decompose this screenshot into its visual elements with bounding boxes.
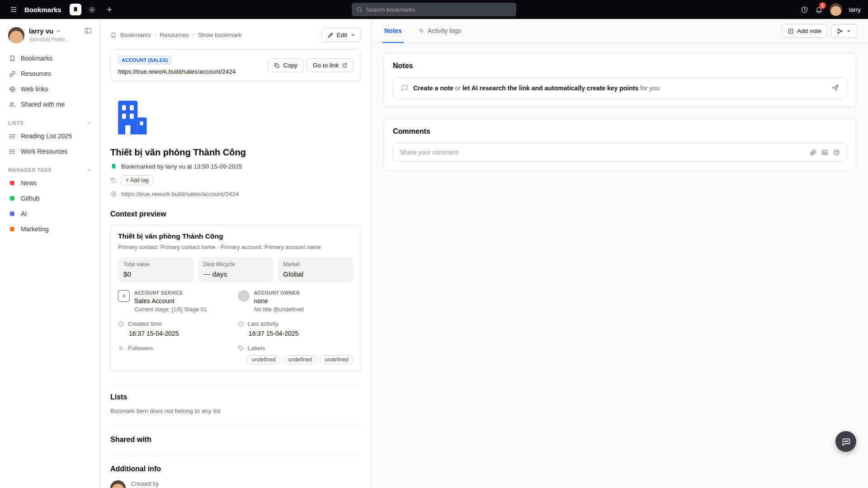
- tab-activity-logs[interactable]: Activity logs: [416, 19, 463, 43]
- owner-title: No title @undefined: [254, 306, 304, 313]
- ai-note-prompt[interactable]: Create a note or let AI research the lin…: [393, 77, 847, 99]
- stat-label: Market: [283, 261, 348, 267]
- stat-total-value: Total value $0: [118, 257, 194, 282]
- lists-header-label: LISTS: [8, 120, 24, 126]
- chevron-down-icon: [350, 33, 355, 38]
- bookmark-icon: [110, 32, 117, 38]
- image-icon[interactable]: [821, 149, 828, 156]
- comment-input[interactable]: [400, 149, 805, 156]
- globe-icon: [110, 191, 117, 197]
- followers-label: Followers: [128, 345, 153, 352]
- created-by-label: Created by: [131, 481, 159, 487]
- list-icon: [8, 148, 16, 155]
- sidebar-tag-github[interactable]: Github: [5, 191, 95, 206]
- settings-gear-icon[interactable]: [86, 3, 99, 16]
- note-icon: [788, 28, 794, 34]
- comments-heading: Comments: [393, 127, 847, 136]
- sidebar-tag-label: Github: [21, 195, 39, 202]
- breadcrumb-resources[interactable]: Resources: [160, 32, 189, 38]
- sidebar-list-reading-list-2025[interactable]: Reading List 2025: [5, 128, 95, 144]
- hamburger-menu-icon[interactable]: [7, 3, 20, 16]
- prompt-or: or: [453, 84, 462, 92]
- edit-button[interactable]: Edit: [321, 28, 361, 42]
- created-time-value: 16:37 15-04-2025: [129, 330, 232, 337]
- label-pill: undefined: [320, 355, 354, 364]
- breadcrumb-separator: /: [155, 32, 156, 38]
- add-icon[interactable]: [103, 3, 116, 16]
- pencil-icon: [327, 32, 334, 38]
- service-icon: [118, 290, 130, 302]
- owner-label: ACCOUNT OWNER: [254, 290, 304, 296]
- sidebar-tag-label: Marketing: [21, 225, 48, 233]
- bookmark-detail: Bookmarks / Resources / Show bookmark Ed…: [100, 19, 372, 488]
- sidebar: larry vu Standard Platfo... Bookmarks R: [0, 19, 100, 488]
- sidebar-list-work-resources[interactable]: Work Resources: [5, 144, 95, 159]
- attachment-icon[interactable]: [810, 149, 816, 156]
- lists-section: Lists Boomark item does not belong to an…: [110, 384, 361, 414]
- bookmark-icon: [8, 55, 16, 62]
- history-icon[interactable]: [801, 6, 808, 14]
- ai-note-prompt-text: Create a note or let AI research the lin…: [413, 84, 826, 92]
- topbar-avatar[interactable]: [830, 3, 842, 16]
- add-tag-button[interactable]: + Add tag: [121, 175, 153, 185]
- tab-notes-label: Notes: [384, 27, 402, 34]
- breadcrumb-separator: /: [193, 32, 194, 38]
- stat-label: Deal lifecycle: [203, 261, 269, 267]
- sidebar-item-bookmarks[interactable]: Bookmarks: [5, 51, 95, 66]
- stat-value: $0: [123, 270, 189, 278]
- note-options-button[interactable]: [831, 24, 857, 38]
- sidebar-tag-marketing[interactable]: Marketing: [5, 221, 95, 237]
- chat-bubble-icon: [841, 437, 851, 446]
- bookmarks-app-icon[interactable]: [70, 4, 81, 15]
- speech-bubble-icon: [401, 84, 408, 92]
- preview-title: Thiết bị văn phòng Thành Công: [118, 232, 354, 240]
- notifications-bell-icon[interactable]: 1: [815, 6, 823, 14]
- collapse-sidebar-icon[interactable]: [85, 27, 92, 34]
- service-value: Sales Account: [134, 297, 207, 305]
- tag-color-swatch: [10, 196, 14, 201]
- send-icon[interactable]: [831, 84, 839, 92]
- comments-card: Comments: [383, 119, 856, 170]
- additional-info-section: Additional info Created by larry vu: [110, 455, 361, 488]
- breadcrumb-bookmarks[interactable]: Bookmarks: [120, 32, 151, 38]
- sidebar-tag-news[interactable]: News: [5, 175, 95, 191]
- context-preview-card: Thiết bị văn phòng Thành Công Primary co…: [110, 225, 361, 372]
- sidebar-tag-label: AI: [21, 210, 27, 217]
- notes-panel: Notes Activity logs Add note: [372, 19, 868, 488]
- global-search: [352, 3, 516, 16]
- chevron-down-icon[interactable]: [86, 167, 92, 173]
- bookmark-title: Thiết bị văn phòng Thành Công: [110, 147, 361, 158]
- sidebar-item-web-links[interactable]: Web links: [5, 81, 95, 97]
- account-owner: ACCOUNT OWNER none No title @undefined: [238, 290, 354, 313]
- chat-fab-button[interactable]: [835, 431, 856, 452]
- lists-section-header: LISTS: [5, 120, 95, 126]
- sidebar-tag-ai[interactable]: AI: [5, 206, 95, 221]
- search-input[interactable]: [366, 6, 512, 13]
- created-time: Created time 16:37 15-04-2025: [118, 320, 232, 337]
- tab-notes[interactable]: Notes: [382, 19, 404, 43]
- emoji-icon[interactable]: [833, 149, 840, 156]
- sidebar-item-resources[interactable]: Resources: [5, 66, 95, 81]
- chevron-down-icon[interactable]: [56, 28, 61, 34]
- service-stage: Current stage: [1/5] Stage 01: [134, 306, 207, 313]
- stat-deal-lifecycle: Deal lifecycle --- days: [198, 257, 274, 282]
- sidebar-item-shared-with-me[interactable]: Shared with me: [5, 97, 95, 112]
- topbar-username: larry: [849, 6, 861, 13]
- topbar: Bookmarks 1 larry: [0, 0, 868, 19]
- tag-color-swatch: [10, 211, 14, 216]
- sidebar-item-label: Bookmarks: [21, 55, 52, 62]
- owner-avatar: [238, 290, 250, 302]
- label-pill: undefined: [247, 355, 281, 364]
- workflow-icon: [837, 28, 843, 34]
- notification-badge: 1: [819, 2, 826, 9]
- lists-empty-text: Boomark item does not belong to any list: [110, 408, 361, 414]
- created-by-row: Created by larry vu: [110, 480, 361, 488]
- workspace-switcher[interactable]: larry vu Standard Platfo...: [5, 24, 95, 51]
- add-note-button[interactable]: Add note: [782, 24, 827, 38]
- followers: Followers: [118, 345, 232, 364]
- go-to-link-button[interactable]: Go to link: [307, 58, 354, 72]
- copy-button[interactable]: Copy: [268, 58, 303, 72]
- bookmark-source-url: https://true.rework.build/sales/account/…: [121, 191, 239, 197]
- chevron-down-icon[interactable]: [86, 120, 92, 126]
- link-icon: [8, 70, 16, 77]
